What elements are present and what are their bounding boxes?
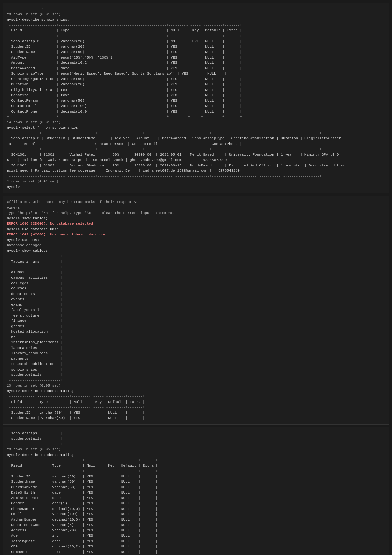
terminal-line: ERROR 1046 (3D000): No database selected <box>7 221 385 227</box>
terminal-line: | Field | Type | Null | Key | Default | … <box>7 28 385 33</box>
terminal-line: | events | <box>7 297 385 302</box>
terminal-line: owners. <box>7 205 385 211</box>
terminal-line: | StudentName | varchar(50) | YES | | NU… <box>7 415 385 421</box>
terminal-line: | GPA | decimal(10,2) | YES | | NULL | | <box>7 544 385 549</box>
terminal-line: +----------------------+----------------… <box>7 114 385 120</box>
terminal-line: | departments | <box>7 291 385 297</box>
terminal-line: +------------------------+ <box>7 442 385 447</box>
terminal-line: | SCH1001 | S1001 | Vishal Patel | 50% |… <box>7 152 385 158</box>
terminal-line: | courses | <box>7 286 385 291</box>
terminal-line: +---------------+ <box>7 6 385 12</box>
terminal-line: | alumni | <box>7 270 385 275</box>
terminal-line: mysql> describe studentdetails; <box>7 389 385 394</box>
terminal-line: | StudentName | varchar(50) | YES | | NU… <box>7 49 385 55</box>
terminal-line: | studentdetails | <box>7 372 385 378</box>
terminal-line: +----------------------+----------------… <box>7 23 385 28</box>
terminal-line: | Email | varchar(100) | YES | | NULL | … <box>7 512 385 517</box>
terminal-line: | ContactPerson | varchar(50) | YES | | … <box>7 98 385 104</box>
terminal-line: +------------+---------------+---------+… <box>7 394 385 399</box>
terminal-line: ia | Benefits | ContactPerson | ContactE… <box>7 141 385 147</box>
terminal-line: | grades | <box>7 324 385 329</box>
terminal-line: | AadharNumber | decimal(10,0) | YES | |… <box>7 517 385 523</box>
terminal-line: 20 rows in set (0.01 sec) <box>7 12 385 17</box>
terminal-line: ERROR 1049 (42000): Unknown database 'da… <box>7 232 385 237</box>
terminal-line: | research_publications | <box>7 361 385 367</box>
terminal-line: | ScholarshipID | varchar(20) | NO | PRI… <box>7 39 385 44</box>
terminal-line: +--------------+-----------+------------… <box>7 147 385 152</box>
terminal-line: mysql> show tables; <box>7 248 385 254</box>
terminal-line: | ScholarshipID | StudentID | StudentNam… <box>7 136 385 141</box>
terminal-line: | laboratories | <box>7 345 385 351</box>
terminal-line: mysql> select * from scholarships; <box>7 125 385 130</box>
terminal-line: mysql> | <box>7 184 385 190</box>
terminal-line: | AdmissionDate | date | YES | | NULL | … <box>7 495 385 501</box>
terminal-section-1: +---------------+20 rows in set (0.01 se… <box>3 3 389 193</box>
terminal-line: 5 | Tuition fee waiver and stipend | Sma… <box>7 157 385 163</box>
terminal-line: | StudentName | varchar(50) | YES | | NU… <box>7 479 385 485</box>
terminal-line: | campus_facilities | <box>7 275 385 281</box>
terminal-line: | hr | <box>7 335 385 340</box>
terminal-line: | EligibilityCriteria | text | YES | | N… <box>7 87 385 93</box>
terminal-line: mysql> use database ums; <box>7 227 385 232</box>
terminal-line: | StudentID | varchar(20) | YES | | NULL… <box>7 474 385 479</box>
terminal-line: | PhoneNumber | decimal(10,0) | YES | | … <box>7 506 385 512</box>
terminal: +---------------+20 rows in set (0.01 se… <box>0 3 392 555</box>
terminal-line: | JoiningDate | date | YES | | NULL | | <box>7 539 385 544</box>
terminal-line: | GuardianName | varchar(50) | YES | | N… <box>7 485 385 490</box>
terminal-line: | StudentID | varchar(20) | YES | | NULL… <box>7 410 385 416</box>
terminal-line: | Gender | char(1) | YES | | NULL | | <box>7 501 385 506</box>
terminal-line: +--------------+-----------+------------… <box>7 130 385 136</box>
terminal-line: +--------------+-----------+------------… <box>7 174 385 179</box>
terminal-line: | payments | <box>7 356 385 362</box>
terminal-line: +------------------------+ <box>7 378 385 383</box>
terminal-line: | finance | <box>7 318 385 324</box>
terminal-line: | Amount | decimal(10,2) | YES | | NULL … <box>7 60 385 66</box>
terminal-line: +------------------------+ <box>7 264 385 270</box>
terminal-line: Database changed <box>7 243 385 248</box>
terminal-line: | scholarships | <box>7 431 385 436</box>
terminal-line: | exams | <box>7 302 385 308</box>
terminal-line: mysql> describe scholarships; <box>7 17 385 23</box>
terminal-line: +------------------+---------------+----… <box>7 468 385 474</box>
terminal-line: +------------+---------------+---------+… <box>7 405 385 410</box>
terminal-line: mysql> describe studentdetails; <box>7 452 385 458</box>
terminal-line: | Tables_in_ums | <box>7 259 385 265</box>
terminal-line: | internships_placements | <box>7 340 385 345</box>
terminal-line: | DateAwarded | date | YES | | NULL | | <box>7 66 385 71</box>
terminal-line: +------------------------+ <box>7 253 385 259</box>
terminal-line: | library_resources | <box>7 351 385 356</box>
terminal-line: affiliates. Other names may be trademark… <box>7 199 385 205</box>
terminal-line: +----------------------+----------------… <box>7 33 385 39</box>
terminal-line: | ContactEmail | varchar(100) | YES | | … <box>7 103 385 109</box>
terminal-line: | GrantingOrganization | varchar(50) | Y… <box>7 77 385 82</box>
terminal-line: 14 rows in set (0.01 sec) <box>7 120 385 125</box>
terminal-line: | Benefits | text | YES | | NULL | | <box>7 93 385 98</box>
terminal-line: | scholarships | <box>7 367 385 373</box>
terminal-line: | facultydetails | <box>7 307 385 313</box>
terminal-line: 20 rows in set (0.05 sec) <box>7 447 385 452</box>
terminal-section-3: | scholarships || studentdetails |+-----… <box>3 427 389 555</box>
terminal-line: | Comments | text | YES | | NULL | | <box>7 549 385 555</box>
terminal-line: | fee_structure | <box>7 313 385 319</box>
terminal-line: 2 rows in set (0.01 sec) <box>7 179 385 184</box>
terminal-line: | ContactPhone | decimal(10,0) | YES | |… <box>7 109 385 114</box>
terminal-line: | Duration | varchar(20) | YES | | NULL … <box>7 82 385 87</box>
terminal-line: | DateOfBirth | date | YES | | NULL | | <box>7 490 385 495</box>
terminal-line: | Field | Type | Null | Key | Default | … <box>7 399 385 405</box>
terminal-line: Type 'help;' or '\h' for help. Type '\c'… <box>7 210 385 216</box>
terminal-section-2: affiliates. Other names may be trademark… <box>3 196 389 425</box>
terminal-line: | studentdetails | <box>7 436 385 442</box>
terminal-line: | colleges | <box>7 281 385 286</box>
terminal-line: | AidType | enum('25%','50%','100%') | Y… <box>7 55 385 61</box>
terminal-line: mysql> use ums; <box>7 237 385 243</box>
terminal-line: mysql> show tables; <box>7 216 385 221</box>
terminal-line: 20 rows in set (0.05 sec) <box>7 383 385 389</box>
terminal-line: | DepartmentCode | varchar(5) | YES | | … <box>7 522 385 528</box>
terminal-line: | SCH1002 | S1002 | Srijana Bhaduria | 2… <box>7 163 385 168</box>
terminal-line: | hostel_allocation | <box>7 329 385 335</box>
terminal-line: | Field | Type | Null | Key | Default | … <box>7 463 385 469</box>
terminal-line: | Address | varchar(200) | YES | | NULL … <box>7 528 385 533</box>
terminal-line: | StudentID | varchar(20) | YES | | NULL… <box>7 44 385 50</box>
terminal-line: | Age | int | YES | | NULL | | <box>7 533 385 539</box>
terminal-line: ncial need | Partial tuition fee coverag… <box>7 168 385 174</box>
